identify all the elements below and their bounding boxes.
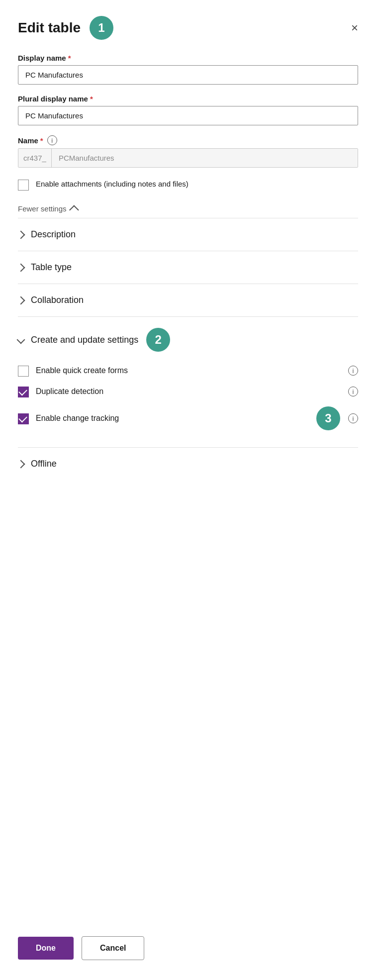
chevron-right-icon-collaboration	[17, 296, 25, 304]
attachments-label: Enable attachments (including notes and …	[36, 179, 188, 190]
chevron-right-icon-offline	[17, 460, 25, 468]
change-tracking-right: 3 i	[316, 406, 358, 430]
name-info-icon[interactable]: i	[47, 135, 57, 145]
panel-header: Edit table 1 ×	[18, 16, 358, 40]
name-input-wrapper: cr437_ PCManufactures	[18, 148, 358, 168]
duplicate-detection-info-icon[interactable]: i	[348, 387, 358, 396]
chevron-up-icon	[69, 205, 79, 215]
change-tracking-left: Enable change tracking	[18, 412, 119, 424]
badge-1: 1	[90, 16, 113, 40]
done-button[interactable]: Done	[18, 937, 74, 960]
collaboration-label: Collaboration	[31, 295, 84, 305]
display-name-label: Display name*	[18, 54, 358, 62]
chevron-right-icon-description	[17, 230, 25, 239]
name-label: Name*	[18, 136, 43, 145]
quick-create-label: Enable quick create forms	[36, 366, 128, 375]
offline-section[interactable]: Offline	[18, 448, 358, 480]
close-button[interactable]: ×	[351, 22, 358, 34]
create-update-section[interactable]: Create and update settings 2	[18, 317, 358, 361]
panel-title: Edit table	[18, 20, 81, 36]
collaboration-section[interactable]: Collaboration	[18, 284, 358, 316]
plural-display-name-input[interactable]	[18, 106, 358, 125]
change-tracking-info-icon[interactable]: i	[348, 413, 358, 423]
quick-create-row: Enable quick create forms i	[18, 365, 358, 377]
quick-create-left: Enable quick create forms	[18, 365, 128, 377]
footer: Done Cancel	[18, 920, 358, 960]
chevron-right-icon-table-type	[17, 263, 25, 272]
duplicate-detection-label: Duplicate detection	[36, 387, 103, 396]
attachments-checkbox[interactable]	[18, 180, 29, 191]
description-label: Description	[31, 229, 76, 240]
create-update-label: Create and update settings	[31, 335, 138, 345]
plural-display-name-label: Plural display name*	[18, 95, 358, 103]
title-group: Edit table 1	[18, 16, 113, 40]
create-update-title-group: Create and update settings 2	[31, 328, 170, 352]
display-name-input[interactable]	[18, 65, 358, 85]
badge-3: 3	[316, 406, 340, 430]
quick-create-info-icon[interactable]: i	[348, 366, 358, 376]
duplicate-detection-row: Duplicate detection i	[18, 386, 358, 397]
edit-table-panel: Edit table 1 × Display name* Plural disp…	[0, 0, 376, 980]
fewer-settings-toggle[interactable]: Fewer settings	[18, 204, 358, 213]
fewer-settings-label: Fewer settings	[18, 204, 67, 213]
description-section[interactable]: Description	[18, 218, 358, 251]
name-field-row: Name* i	[18, 135, 358, 145]
quick-create-checkbox[interactable]	[18, 366, 29, 377]
name-value: PCManufactures	[52, 149, 358, 167]
duplicate-detection-checkbox[interactable]	[18, 387, 29, 397]
cancel-button[interactable]: Cancel	[82, 936, 144, 960]
badge-2: 2	[146, 328, 170, 352]
table-type-label: Table type	[31, 262, 72, 273]
change-tracking-checkbox[interactable]	[18, 413, 29, 424]
offline-label: Offline	[31, 459, 57, 469]
attachments-checkbox-row: Enable attachments (including notes and …	[18, 179, 358, 191]
chevron-down-icon-create-update	[17, 336, 25, 344]
change-tracking-label: Enable change tracking	[36, 414, 119, 423]
change-tracking-row: Enable change tracking 3 i	[18, 406, 358, 430]
settings-block: Enable quick create forms i Duplicate de…	[18, 361, 358, 447]
duplicate-detection-left: Duplicate detection	[18, 386, 103, 397]
name-prefix: cr437_	[18, 149, 52, 167]
table-type-section[interactable]: Table type	[18, 251, 358, 284]
